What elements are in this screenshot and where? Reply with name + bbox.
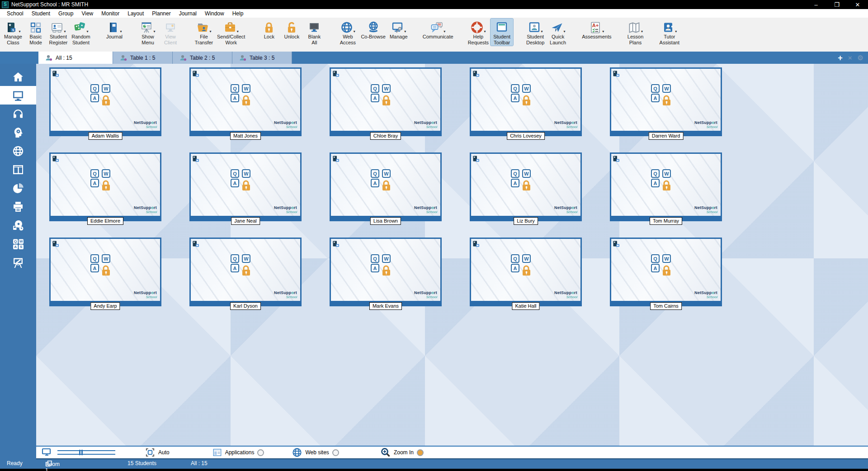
tab-all[interactable]: All : 15 xyxy=(38,52,113,64)
minimize-button[interactable]: – xyxy=(806,0,826,9)
menu-window[interactable]: Window xyxy=(201,9,228,18)
sidebar-item-application-control[interactable] xyxy=(0,160,36,179)
menu-school[interactable]: School xyxy=(3,9,28,18)
student-tile[interactable]: Q W A NetSupport School Jane Neal xyxy=(189,152,302,221)
file-transfer-button[interactable]: ▾FileTransfer xyxy=(193,19,215,46)
student-screen-thumbnail[interactable]: Q W A NetSupport School xyxy=(49,238,161,306)
student-tile[interactable]: Q W A NetSupport School Katie Hall xyxy=(470,238,582,306)
student-tile[interactable]: Q W A NetSupport School Darren Ward xyxy=(610,67,722,136)
web-access-button[interactable]: ▾WebAccess xyxy=(336,19,359,46)
student-tile[interactable]: Q W A NetSupport School Liz Bury xyxy=(470,152,582,221)
dropdown-arrow-icon[interactable]: ▾ xyxy=(19,29,20,33)
dropdown-arrow-icon[interactable]: ▾ xyxy=(602,29,604,33)
group-settings-gear-icon[interactable]: ⚙ xyxy=(858,54,863,61)
student-screen-thumbnail[interactable]: Q W A NetSupport School xyxy=(330,238,442,306)
close-button[interactable]: ✕ xyxy=(847,0,868,9)
menu-layout[interactable]: Layout xyxy=(123,9,148,18)
send-collect-work-button[interactable]: ▾Send/CollectWork xyxy=(215,19,247,46)
sidebar-item-whiteboard[interactable] xyxy=(0,253,36,271)
student-desktop-button[interactable]: ▾StudentDesktop xyxy=(524,19,547,46)
student-register-button[interactable]: ▾StudentRegister xyxy=(47,19,70,46)
tutor-assistant-button[interactable]: ▾TutorAssistant xyxy=(658,19,682,46)
student-screen-thumbnail[interactable]: Q W A NetSupport School xyxy=(610,152,722,221)
tab-table2[interactable]: Table 2 : 5 xyxy=(173,52,232,64)
sidebar-item-keyboard-monitor[interactable]: QWAS xyxy=(0,234,36,253)
sidebar-item-web-control[interactable] xyxy=(0,142,36,160)
slider-track[interactable] xyxy=(57,450,115,455)
student-tile[interactable]: Q W A NetSupport School Tom Murray xyxy=(610,152,722,221)
lock-button[interactable]: Lock xyxy=(258,19,280,40)
tab-table3[interactable]: Table 3 : 5 xyxy=(232,52,292,64)
student-toolbar-button[interactable]: StudentToolbar xyxy=(491,19,513,46)
menu-group[interactable]: Group xyxy=(54,9,77,18)
student-tile[interactable]: Q W A NetSupport School Tom Cairns xyxy=(610,238,722,306)
dropdown-arrow-icon[interactable]: ▾ xyxy=(443,29,445,33)
dropdown-arrow-icon[interactable]: ▾ xyxy=(153,29,155,33)
student-tile[interactable]: Q W A NetSupport School Karl Dyson xyxy=(189,238,302,306)
sidebar-item-audio[interactable] xyxy=(0,105,36,123)
sidebar-item-device-control[interactable] xyxy=(0,216,36,234)
assessments-button[interactable]: A+▾Assessments xyxy=(580,19,613,40)
zoom-in-radio[interactable] xyxy=(417,449,424,456)
student-screen-thumbnail[interactable]: Q W A NetSupport School xyxy=(49,67,161,136)
sidebar-item-print[interactable] xyxy=(0,197,36,216)
menu-journal[interactable]: Journal xyxy=(175,9,201,18)
dropdown-arrow-icon[interactable]: ▾ xyxy=(484,29,486,33)
sidebar-item-home[interactable] xyxy=(0,67,36,86)
student-tile[interactable]: Q W A NetSupport School Chris Lovesey xyxy=(470,67,582,136)
dropdown-arrow-icon[interactable]: ▾ xyxy=(564,29,566,33)
student-screen-thumbnail[interactable]: Q W A NetSupport School xyxy=(470,67,582,136)
student-screen-thumbnail[interactable]: Q W A NetSupport School xyxy=(189,152,302,221)
student-tile[interactable]: Q W A NetSupport School Mark Evans xyxy=(330,238,442,306)
dropdown-arrow-icon[interactable]: ▾ xyxy=(237,29,239,33)
close-group-icon[interactable]: × xyxy=(848,54,852,61)
help-requests-button[interactable]: ▾HelpRequests xyxy=(466,19,491,46)
dropdown-arrow-icon[interactable]: ▾ xyxy=(675,29,677,33)
show-menu-button[interactable]: ▾ShowMenu xyxy=(137,19,159,46)
unlock-button[interactable]: Unlock xyxy=(280,19,303,40)
student-screen-thumbnail[interactable]: Q W A NetSupport School xyxy=(470,152,582,221)
sidebar-item-survey[interactable] xyxy=(0,179,36,197)
restore-button[interactable]: ❐ xyxy=(826,0,847,9)
auto-size-toggle[interactable]: Auto xyxy=(145,447,170,457)
journal-button[interactable]: ▾Journal xyxy=(103,19,126,40)
student-tile[interactable]: Q W A NetSupport School Lisa Brown xyxy=(330,152,442,221)
applications-radio[interactable] xyxy=(257,449,264,456)
random-student-button[interactable]: ▾RandomStudent xyxy=(70,19,92,46)
student-screen-thumbnail[interactable]: Q W A NetSupport School xyxy=(189,67,302,136)
dropdown-arrow-icon[interactable]: ▾ xyxy=(354,29,355,33)
menu-view[interactable]: View xyxy=(77,9,97,18)
dropdown-arrow-icon[interactable]: ▾ xyxy=(404,29,406,33)
communicate-button[interactable]: ▾Communicate xyxy=(421,19,455,40)
menu-monitor[interactable]: Monitor xyxy=(97,9,123,18)
dropdown-arrow-icon[interactable]: ▾ xyxy=(641,29,643,33)
student-screen-thumbnail[interactable]: Q W A NetSupport School xyxy=(189,238,302,306)
dropdown-arrow-icon[interactable]: ▾ xyxy=(86,29,88,33)
slider-handle[interactable] xyxy=(79,450,83,455)
sidebar-item-question-answer[interactable] xyxy=(0,123,36,142)
lesson-plans-button[interactable]: ▾LessonPlans xyxy=(624,19,647,46)
quick-launch-button[interactable]: ▾QuickLaunch xyxy=(547,19,569,46)
dropdown-arrow-icon[interactable]: ▾ xyxy=(64,29,66,33)
manage-tools-button[interactable]: ▾Manage xyxy=(387,19,410,40)
student-tile[interactable]: Q W A NetSupport School Eddie Elmore xyxy=(49,152,161,221)
student-tile[interactable]: Q W A NetSupport School Matt Jones xyxy=(189,67,302,136)
student-screen-thumbnail[interactable]: Q W A NetSupport School xyxy=(330,152,442,221)
dropdown-arrow-icon[interactable]: ▾ xyxy=(541,29,543,33)
student-screen-thumbnail[interactable]: Q W A NetSupport School xyxy=(470,238,582,306)
menu-planner[interactable]: Planner xyxy=(148,9,175,18)
student-screen-thumbnail[interactable]: Q W A NetSupport School xyxy=(610,238,722,306)
thumbnail-size-slider[interactable] xyxy=(42,448,115,457)
sidebar-item-monitor-mode[interactable] xyxy=(0,86,36,105)
add-group-icon[interactable]: + xyxy=(838,54,843,62)
blank-all-button[interactable]: BlankAll xyxy=(303,19,326,46)
student-screen-thumbnail[interactable]: Q W A NetSupport School xyxy=(49,152,161,221)
applications-toggle[interactable]: Applications xyxy=(212,448,264,457)
dropdown-arrow-icon[interactable]: ▾ xyxy=(209,29,211,33)
student-tile[interactable]: Q W A NetSupport School Chloe Bray xyxy=(330,67,442,136)
menu-help[interactable]: Help xyxy=(228,9,248,18)
tab-table1[interactable]: Table 1 : 5 xyxy=(113,52,173,64)
menu-student[interactable]: Student xyxy=(28,9,54,18)
co-browse-button[interactable]: Co-Browse xyxy=(359,19,387,40)
dropdown-arrow-icon[interactable]: ▾ xyxy=(120,29,122,33)
